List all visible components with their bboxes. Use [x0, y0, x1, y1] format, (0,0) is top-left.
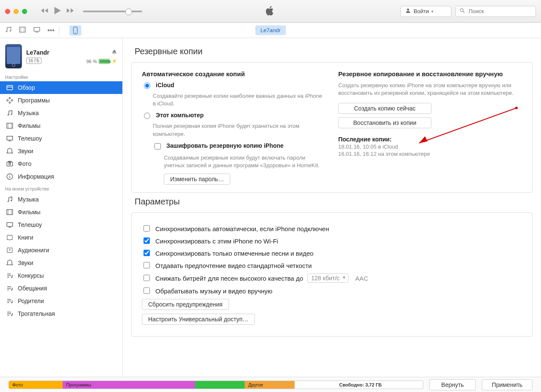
sd-video-label: Отдавать предпочтение видео стандартной …: [155, 262, 312, 269]
sidebar-item-tv[interactable]: Телешоу: [0, 132, 122, 145]
movies-icon[interactable]: [19, 26, 26, 35]
device-header: Le7andr 16 ГБ 96 % ⚡: [0, 41, 122, 71]
checked-only-label: Синхронизировать только отмеченные песни…: [155, 250, 314, 257]
thispc-label: Этот компьютер: [156, 112, 204, 119]
volume-slider[interactable]: [83, 11, 142, 12]
params-title: Параметры: [135, 197, 533, 207]
sidebar: Le7andr 16 ГБ 96 % ⚡ Настройки Обзор Про…: [0, 38, 123, 377]
sidebar-item-playlist-parents[interactable]: Родители: [0, 295, 122, 307]
login-label: Войти: [414, 8, 429, 14]
sidebar-item-playlist-touching[interactable]: Трогательная: [0, 307, 122, 320]
sidebar-item-od-music[interactable]: Музыка: [0, 193, 122, 206]
svg-point-0: [407, 8, 409, 11]
footer-bar: Фото Программы Другое Свободно: 3,72 ГБ …: [0, 377, 541, 392]
sidebar-item-music[interactable]: Музыка: [0, 107, 122, 119]
sidebar-item-playlist-contests[interactable]: Конкурсы: [0, 269, 122, 282]
music-icon[interactable]: [4, 26, 12, 35]
last-backups-title: Последние копии:: [338, 136, 522, 143]
sidebar-item-apps[interactable]: Программы: [0, 94, 122, 107]
thispc-radio[interactable]: [144, 113, 150, 119]
svg-point-23: [9, 163, 11, 165]
svg-line-2: [463, 11, 465, 13]
next-track-icon[interactable]: [65, 6, 75, 17]
wifi-sync-checkbox[interactable]: [144, 237, 150, 244]
usage-seg-free: Свободно: 3,72 ГБ: [295, 381, 423, 389]
sidebar-item-info[interactable]: Информация: [0, 170, 122, 183]
sidebar-item-movies[interactable]: Фильмы: [0, 119, 122, 132]
sidebar-item-od-tv[interactable]: Телешоу: [0, 218, 122, 231]
search-input[interactable]: [455, 6, 536, 17]
checked-only-checkbox[interactable]: [144, 250, 150, 256]
sidebar-item-od-audiobooks[interactable]: Аудиокниги: [0, 244, 122, 257]
auto-sync-checkbox[interactable]: [144, 225, 150, 232]
svg-rect-30: [7, 210, 13, 215]
svg-rect-20: [7, 136, 13, 140]
revert-button[interactable]: Вернуть: [429, 379, 476, 390]
aac-label: AAC: [355, 275, 368, 282]
backup-now-button[interactable]: Создать копию сейчас: [338, 103, 431, 114]
eject-icon[interactable]: [111, 49, 117, 56]
sidebar-item-photos[interactable]: Фото: [0, 157, 122, 170]
svg-point-3: [6, 31, 7, 32]
usage-seg-other: Другое: [245, 381, 294, 389]
sidebar-item-od-tones[interactable]: Звуки: [0, 257, 122, 269]
search-field[interactable]: [468, 8, 541, 15]
svg-rect-5: [19, 27, 25, 32]
auto-sync-label: Синхронизировать автоматически, если iPh…: [155, 225, 329, 232]
encrypt-label: Зашифровать резервную копию iPhone: [166, 142, 284, 149]
media-toolbar: ••• Le7andr: [0, 23, 541, 38]
sidebar-item-od-books[interactable]: Книги: [0, 231, 122, 244]
params-panel: Синхронизировать автоматически, если iPh…: [131, 213, 533, 337]
apple-logo-icon: [266, 5, 275, 17]
play-icon[interactable]: [52, 5, 63, 17]
login-button[interactable]: Войти ▾: [400, 6, 451, 17]
manual-manage-checkbox[interactable]: [144, 287, 150, 294]
sidebar-header-settings: Настройки: [0, 71, 122, 81]
tv-icon[interactable]: [33, 26, 41, 35]
sidebar-item-tones[interactable]: Звуки: [0, 145, 122, 157]
encrypt-checkbox[interactable]: [155, 143, 161, 149]
sidebar-item-playlist-promises[interactable]: Обещания: [0, 282, 122, 295]
device-tab-button[interactable]: [69, 25, 81, 36]
manual-backup-desc: Создать резервную копию iPhone на этом к…: [338, 82, 522, 97]
sidebar-item-od-movies[interactable]: Фильмы: [0, 206, 122, 218]
device-thumbnail-icon: [5, 44, 22, 69]
user-icon: [405, 8, 411, 15]
close-window-button[interactable]: [5, 9, 10, 14]
usage-seg-green: [195, 381, 245, 389]
last-backup-1: 18.01.16, 10:05 в iCloud: [338, 144, 522, 150]
svg-rect-8: [34, 28, 40, 31]
svg-point-1: [460, 8, 463, 11]
wifi-sync-label: Синхронизировать с этим iPhone по Wi-Fi: [155, 237, 278, 245]
svg-rect-33: [7, 223, 13, 226]
icloud-desc: Создавайте резервные копии наиболее важн…: [153, 92, 326, 108]
minimize-window-button[interactable]: [14, 9, 19, 14]
last-backup-2: 16.01.16, 16:12 на этом компьютере: [338, 151, 522, 157]
svg-point-16: [11, 114, 12, 115]
change-password-button[interactable]: Изменить пароль…: [164, 174, 230, 185]
manual-backup-title: Резервное копирование и восстановление в…: [338, 70, 522, 77]
universal-access-button[interactable]: Настроить Универсальный доступ…: [142, 314, 255, 325]
zoom-window-button[interactable]: [22, 9, 27, 14]
more-icon[interactable]: •••: [47, 27, 55, 34]
phone-icon: [73, 27, 78, 34]
reset-warnings-button[interactable]: Сбросить предупреждения: [142, 299, 229, 310]
sidebar-item-overview[interactable]: Обзор: [0, 81, 122, 94]
chevron-down-icon: ▾: [431, 9, 433, 14]
bitrate-select[interactable]: 128 кбит/с: [307, 273, 348, 283]
svg-point-35: [9, 249, 11, 251]
usage-seg-apps: Программы: [63, 381, 195, 389]
playback-controls: [40, 5, 75, 17]
titlebar: Войти ▾: [0, 0, 541, 23]
prev-track-icon[interactable]: [40, 6, 49, 17]
icloud-radio[interactable]: [144, 83, 150, 89]
bitrate-label: Снижать битрейт для песен высокого качес…: [155, 275, 303, 282]
sd-video-checkbox[interactable]: [144, 262, 150, 268]
bitrate-checkbox[interactable]: [144, 275, 150, 281]
svg-point-11: [75, 33, 76, 33]
restore-button[interactable]: Восстановить из копии: [338, 117, 431, 128]
charging-icon: ⚡: [111, 58, 117, 64]
main-content: Резервные копии Автоматическое создание …: [123, 38, 541, 377]
apply-button[interactable]: Применить: [482, 379, 533, 390]
usage-seg-photo: Фото: [9, 381, 63, 389]
